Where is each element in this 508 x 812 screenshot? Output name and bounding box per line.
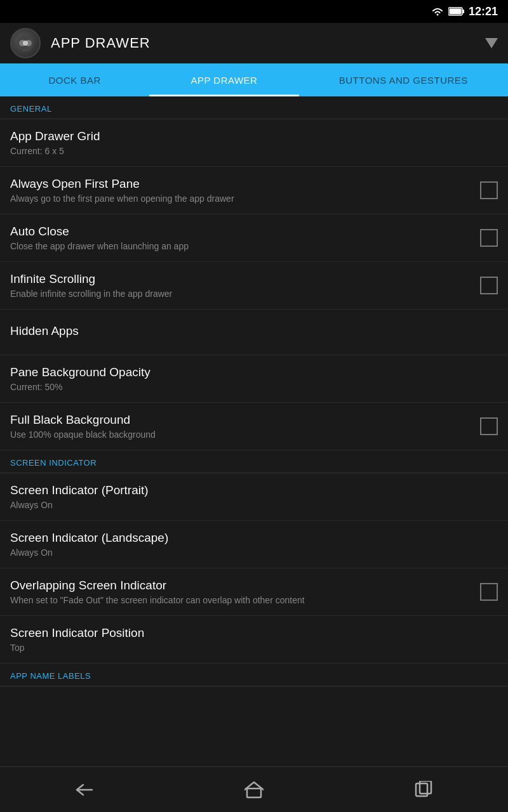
section-header-app-name-labels: APP NAME LABELS [0, 664, 508, 686]
tab-dock-bar[interactable]: DOCK BAR [0, 63, 149, 96]
setting-title-screen-indicator-portrait: Screen Indicator (Portrait) [10, 483, 498, 497]
setting-hidden-apps[interactable]: Hidden Apps [0, 310, 508, 355]
setting-always-open-first-pane[interactable]: Always Open First Pane Always go to the … [0, 167, 508, 214]
setting-app-drawer-grid[interactable]: App Drawer Grid Current: 6 x 5 [0, 119, 508, 167]
setting-subtitle-infinite-scrolling: Enable infinite scrolling in the app dra… [10, 289, 470, 299]
checkbox-full-black-background[interactable] [480, 417, 498, 435]
back-button[interactable] [59, 775, 110, 805]
svg-rect-2 [449, 9, 461, 15]
setting-subtitle-pane-background-opacity: Current: 50% [10, 382, 498, 392]
battery-icon [448, 7, 465, 16]
home-icon [244, 781, 264, 799]
setting-subtitle-always-open-first-pane: Always go to the first pane when opening… [10, 193, 470, 204]
setting-title-infinite-scrolling: Infinite Scrolling [10, 272, 470, 286]
setting-subtitle-screen-indicator-landscape: Always On [10, 547, 498, 558]
header-title: APP DRAWER [51, 35, 150, 51]
setting-title-always-open-first-pane: Always Open First Pane [10, 177, 470, 191]
svg-rect-8 [247, 789, 261, 797]
tab-buttons-gestures[interactable]: BUTTONS AND GESTURES [299, 63, 508, 96]
recents-icon [415, 781, 432, 799]
bottom-nav [0, 766, 508, 812]
status-time: 12:21 [469, 5, 498, 18]
setting-infinite-scrolling[interactable]: Infinite Scrolling Enable infinite scrol… [0, 262, 508, 310]
setting-title-hidden-apps: Hidden Apps [10, 324, 498, 338]
setting-screen-indicator-position[interactable]: Screen Indicator Position Top [0, 616, 508, 664]
setting-auto-close[interactable]: Auto Close Close the app drawer when lau… [0, 214, 508, 262]
setting-full-black-background[interactable]: Full Black Background Use 100% opaque bl… [0, 403, 508, 450]
app-logo [10, 28, 41, 58]
status-bar: 12:21 [0, 0, 508, 23]
tab-app-drawer[interactable]: APP DRAWER [149, 63, 298, 96]
tab-bar: DOCK BAR APP DRAWER BUTTONS AND GESTURES [0, 63, 508, 96]
svg-point-6 [23, 41, 28, 46]
wifi-icon [431, 6, 444, 16]
setting-title-pane-background-opacity: Pane Background Opacity [10, 365, 498, 379]
section-header-screen-indicator: SCREEN INDICATOR [0, 450, 508, 473]
setting-subtitle-screen-indicator-portrait: Always On [10, 500, 498, 510]
checkbox-overlapping-screen-indicator[interactable] [480, 583, 498, 601]
setting-subtitle-full-black-background: Use 100% opaque black background [10, 429, 470, 440]
setting-subtitle-auto-close: Close the app drawer when launching an a… [10, 241, 470, 251]
setting-pane-background-opacity[interactable]: Pane Background Opacity Current: 50% [0, 355, 508, 403]
back-icon [73, 781, 96, 799]
checkbox-infinite-scrolling[interactable] [480, 277, 498, 294]
section-header-general: GENERAL [0, 96, 508, 119]
setting-subtitle-overlapping-screen-indicator: When set to "Fade Out" the screen indica… [10, 595, 470, 605]
setting-title-app-drawer-grid: App Drawer Grid [10, 129, 498, 143]
settings-content: GENERAL App Drawer Grid Current: 6 x 5 A… [0, 96, 508, 766]
checkbox-auto-close[interactable] [480, 229, 498, 247]
checkbox-always-open-first-pane[interactable] [480, 181, 498, 199]
recents-button[interactable] [398, 775, 449, 805]
setting-screen-indicator-landscape[interactable]: Screen Indicator (Landscape) Always On [0, 521, 508, 568]
setting-screen-indicator-portrait[interactable]: Screen Indicator (Portrait) Always On [0, 473, 508, 521]
header-triangle [485, 38, 498, 48]
app-header: APP DRAWER [0, 23, 508, 63]
setting-title-full-black-background: Full Black Background [10, 413, 470, 427]
setting-title-overlapping-screen-indicator: Overlapping Screen Indicator [10, 579, 470, 593]
setting-subtitle-app-drawer-grid: Current: 6 x 5 [10, 146, 498, 156]
home-button[interactable] [229, 775, 279, 805]
setting-subtitle-screen-indicator-position: Top [10, 643, 498, 653]
svg-rect-1 [462, 10, 464, 13]
setting-title-auto-close: Auto Close [10, 225, 470, 239]
setting-title-screen-indicator-landscape: Screen Indicator (Landscape) [10, 531, 498, 545]
setting-overlapping-screen-indicator[interactable]: Overlapping Screen Indicator When set to… [0, 568, 508, 616]
status-icons: 12:21 [431, 5, 498, 18]
setting-title-screen-indicator-position: Screen Indicator Position [10, 626, 498, 640]
